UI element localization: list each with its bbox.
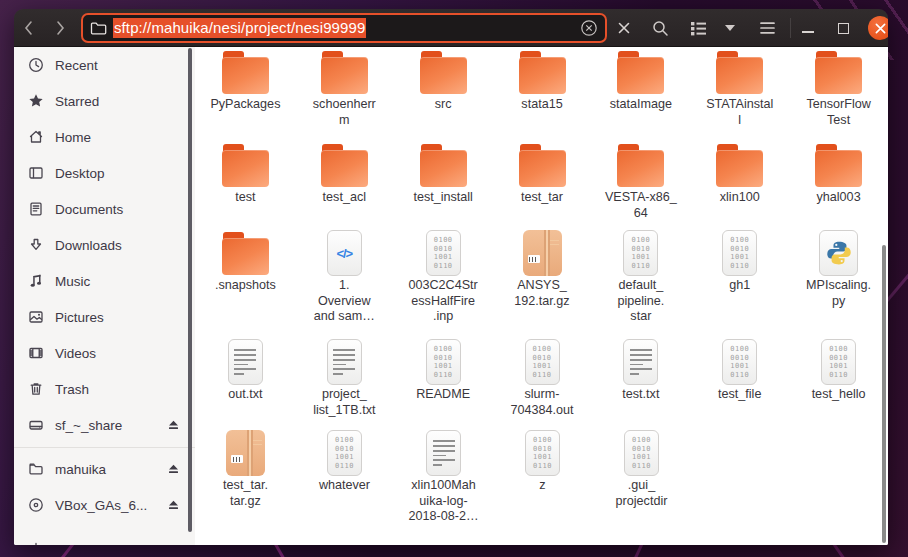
minimize-button[interactable] xyxy=(794,13,822,43)
file-item[interactable]: xlin100 xyxy=(690,140,789,228)
file-item[interactable]: STATAinstal l xyxy=(690,47,789,140)
file-item[interactable]: ANSYS_ 192.tar.gz xyxy=(493,228,592,337)
file-item[interactable]: PyPackages xyxy=(196,47,295,140)
file-item[interactable]: </>1. Overview and sam… xyxy=(295,228,394,337)
file-item[interactable]: 0100 0010 1001 0110003C2C4Str essHalfFir… xyxy=(394,228,493,337)
sidebar-item-documents[interactable]: Documents xyxy=(14,191,195,227)
archive-file-icon xyxy=(523,230,562,276)
file-label: stataImage xyxy=(610,97,672,113)
file-item[interactable]: project_ list_1TB.txt xyxy=(295,337,394,428)
file-item[interactable]: TensorFlow Test xyxy=(789,47,888,140)
eject-icon[interactable] xyxy=(167,419,180,434)
sidebar-item-home[interactable]: Home xyxy=(14,119,195,155)
file-item[interactable]: test.txt xyxy=(591,337,690,428)
file-item[interactable]: stata15 xyxy=(493,47,592,140)
maximize-button[interactable] xyxy=(829,13,857,43)
sidebar-item-label: Home xyxy=(55,130,91,145)
binary-file-icon: 0100 0010 1001 0110 xyxy=(327,430,362,476)
sidebar-item-label: Music xyxy=(55,274,90,289)
chevron-down-icon xyxy=(725,25,735,31)
sidebar-item-downloads[interactable]: Downloads xyxy=(14,227,195,263)
sidebar-item-other-locations[interactable]: Other Locations xyxy=(14,531,195,545)
view-options-button[interactable] xyxy=(717,13,743,43)
cancel-location-icon xyxy=(618,22,630,34)
file-item[interactable]: VESTA-x86_ 64 xyxy=(591,140,690,228)
file-item[interactable]: test_acl xyxy=(295,140,394,228)
file-icon-wrap xyxy=(617,140,664,188)
file-item[interactable]: yhal003 xyxy=(789,140,888,228)
file-item[interactable]: .snapshots xyxy=(196,228,295,337)
file-row: testtest_acltest_installtest_tarVESTA-x8… xyxy=(195,140,888,228)
file-item[interactable]: MPIscaling. py xyxy=(789,228,888,337)
file-item[interactable]: 0100 0010 1001 0110z xyxy=(493,428,592,525)
file-icon-wrap xyxy=(222,140,269,188)
sidebar-item-mahuika[interactable]: mahuika xyxy=(14,451,195,487)
binary-file-icon: 0100 0010 1001 0110 xyxy=(623,230,658,276)
file-item[interactable]: test_install xyxy=(394,140,493,228)
file-item[interactable]: test xyxy=(196,140,295,228)
file-item[interactable]: 0100 0010 1001 0110gh1 xyxy=(690,228,789,337)
location-input[interactable]: sftp://mahuika/nesi/project/nesi99999 xyxy=(81,13,607,43)
file-item[interactable]: 0100 0010 1001 0110whatever xyxy=(295,428,394,525)
eject-icon[interactable] xyxy=(167,499,180,514)
file-item[interactable]: src xyxy=(394,47,493,140)
file-icon-wrap: 0100 0010 1001 0110 xyxy=(327,428,362,476)
file-item[interactable]: schoenherr m xyxy=(295,47,394,140)
cancel-location-button[interactable] xyxy=(610,13,638,43)
sidebar-item-desktop[interactable]: Desktop xyxy=(14,155,195,191)
hamburger-menu-button[interactable] xyxy=(753,13,781,43)
sidebar-item-label: Other Locations xyxy=(55,542,150,546)
folder-icon xyxy=(716,144,763,188)
sidebar-item-pictures[interactable]: Pictures xyxy=(14,299,195,335)
sidebar-item-starred[interactable]: Starred xyxy=(14,83,195,119)
file-item[interactable]: 0100 0010 1001 0110README xyxy=(394,337,493,428)
binary-file-icon: 0100 0010 1001 0110 xyxy=(722,339,757,385)
sidebar-item-label: Pictures xyxy=(55,310,104,325)
back-button[interactable] xyxy=(15,13,41,43)
sidebar-item-recent[interactable]: Recent xyxy=(14,47,195,83)
file-item[interactable]: 0100 0010 1001 0110test_hello xyxy=(789,337,888,428)
starred-icon xyxy=(27,93,44,109)
folder-icon xyxy=(222,144,269,188)
file-item[interactable]: 0100 0010 1001 0110slurm- 704384.out xyxy=(493,337,592,428)
window-close-button[interactable] xyxy=(868,16,888,40)
forward-button[interactable] xyxy=(48,13,74,43)
binary-file-icon: 0100 0010 1001 0110 xyxy=(525,430,560,476)
file-item[interactable]: test_tar. tar.gz xyxy=(196,428,295,525)
file-icon-wrap xyxy=(222,228,269,276)
location-value[interactable]: sftp://mahuika/nesi/project/nesi99999 xyxy=(113,18,366,38)
folder-icon xyxy=(420,51,467,95)
clear-icon[interactable] xyxy=(580,19,598,37)
list-view-button[interactable] xyxy=(684,13,712,43)
file-label: test_install xyxy=(413,190,473,206)
sidebar-item-music[interactable]: Music xyxy=(14,263,195,299)
text-file-icon xyxy=(426,430,461,476)
sidebar-item-sf-share[interactable]: sf_~_share xyxy=(14,407,195,443)
main-scrollbar[interactable] xyxy=(882,245,886,543)
file-item[interactable]: 0100 0010 1001 0110default_ pipeline. st… xyxy=(591,228,690,337)
sidebar-item-videos[interactable]: Videos xyxy=(14,335,195,371)
file-item[interactable]: stataImage xyxy=(591,47,690,140)
eject-icon[interactable] xyxy=(167,463,180,478)
search-button[interactable] xyxy=(646,13,674,43)
file-label: .gui_ projectdir xyxy=(616,478,668,509)
sidebar-item-vbox-gas-6-[interactable]: VBox_GAs_6... xyxy=(14,487,195,523)
binary-file-icon: 0100 0010 1001 0110 xyxy=(722,230,757,276)
file-item[interactable]: test_tar xyxy=(493,140,592,228)
file-item[interactable]: xlin100Mah uika-log- 2018-08-2… xyxy=(394,428,493,525)
file-label: stata15 xyxy=(521,97,562,113)
sidebar-item-trash[interactable]: Trash xyxy=(14,371,195,407)
file-label: z xyxy=(539,478,545,494)
file-icon-wrap xyxy=(327,337,362,385)
folder-icon xyxy=(321,51,368,95)
sidebar: RecentStarredHomeDesktopDocumentsDownloa… xyxy=(14,47,195,545)
disc-icon xyxy=(27,497,44,513)
file-item[interactable]: 0100 0010 1001 0110test_file xyxy=(690,337,789,428)
file-item[interactable]: out.txt xyxy=(196,337,295,428)
file-icon-wrap xyxy=(222,47,269,95)
sidebar-item-label: Downloads xyxy=(55,238,122,253)
file-item[interactable]: 0100 0010 1001 0110.gui_ projectdir xyxy=(592,428,691,525)
folder-icon xyxy=(519,144,566,188)
sidebar-scrollbar[interactable] xyxy=(188,48,192,532)
list-view-icon xyxy=(690,21,707,36)
